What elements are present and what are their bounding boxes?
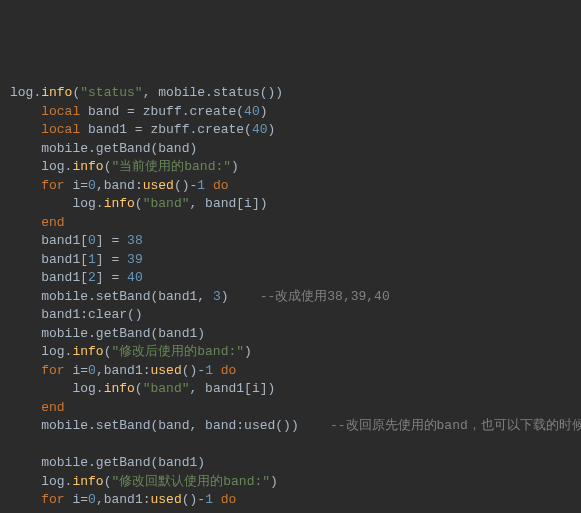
line: band1:clear(): [41, 307, 142, 322]
line: local band1 = zbuff.create(40): [41, 122, 275, 137]
line: mobile.getBand(band1): [41, 455, 205, 470]
line: mobile.getBand(band): [41, 141, 197, 156]
line: end: [41, 215, 64, 230]
line: log.info("修改回默认使用的band:"): [41, 474, 278, 489]
line: log.info("band", band1[i]): [72, 381, 275, 396]
line: mobile.getBand(band1): [41, 326, 205, 341]
line: band1[0] = 38: [41, 233, 142, 248]
line: log.info("status", mobile.status()): [10, 85, 283, 100]
line: for i=0,band1:used()-1 do: [41, 363, 236, 378]
line: end: [41, 400, 64, 415]
line: band1[2] = 40: [41, 270, 142, 285]
code-editor[interactable]: log.info("status", mobile.status()) loca…: [10, 84, 571, 513]
line: log.info("当前使用的band:"): [41, 159, 239, 174]
line: log.info("band", band[i]): [72, 196, 267, 211]
line: band1[1] = 39: [41, 252, 142, 267]
line: for i=0,band:used()-1 do: [41, 178, 228, 193]
line: for i=0,band1:used()-1 do: [41, 492, 236, 507]
line: mobile.setBand(band1, 3) --改成使用38,39,40: [41, 289, 390, 304]
line: local band = zbuff.create(40): [41, 104, 267, 119]
line: log.info("修改后使用的band:"): [41, 344, 252, 359]
line: mobile.setBand(band, band:used()) --改回原先…: [41, 418, 581, 433]
